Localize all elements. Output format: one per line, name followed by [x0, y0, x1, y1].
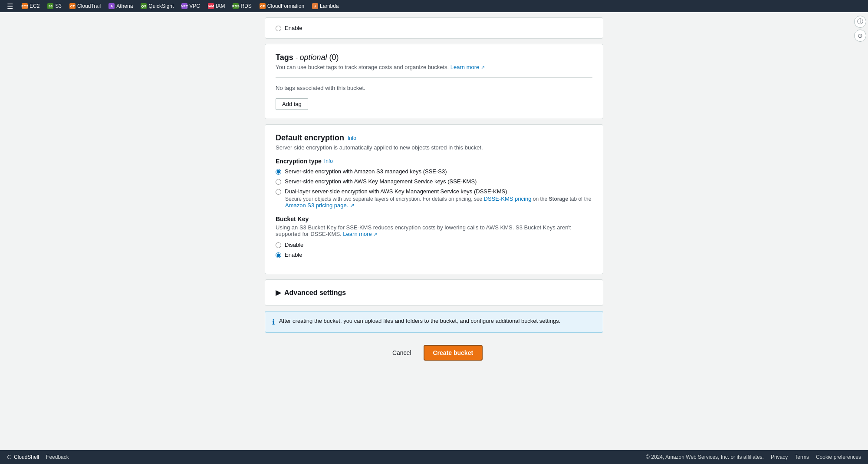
nav-item-athena[interactable]: AAthena: [105, 2, 136, 10]
tags-title: Tags - optional (0): [276, 53, 592, 62]
advanced-settings-section: ▶ Advanced settings: [265, 279, 603, 306]
enable-radio-item: Enable: [276, 25, 592, 31]
top-navigation: ☰ EC2EC2S3S3CTCloudTrailAAthenaQSQuickSi…: [0, 0, 868, 12]
iam-nav-icon: IAM: [208, 3, 214, 9]
bucket-key-enable-radio[interactable]: [276, 252, 281, 258]
ec2-nav-label: EC2: [30, 3, 39, 9]
tags-description: You can use bucket tags to track storage…: [276, 64, 592, 70]
dsse-pricing-label: DSSE-KMS pricing: [484, 196, 532, 202]
vpc-nav-icon: VPC: [181, 3, 187, 9]
iam-nav-label: IAM: [216, 3, 225, 9]
rds-nav-icon: RDS: [233, 3, 239, 9]
learn-more-external-icon: ↗: [481, 65, 485, 70]
nav-item-s3[interactable]: S3S3: [44, 2, 65, 10]
bucket-key-section: Bucket Key Using an S3 Bucket Key for SS…: [276, 215, 592, 258]
bucket-key-radio-group: Disable Enable: [276, 242, 592, 258]
cloudformation-nav-icon: CF: [260, 3, 266, 9]
encryption-option-sse-s3: Server-side encryption with Amazon S3 ma…: [276, 168, 592, 175]
bucket-key-disable-label: Disable: [285, 242, 303, 248]
encryption-radio-row-dsse-kms: Dual-layer server-side encryption with A…: [276, 188, 592, 195]
nav-item-vpc[interactable]: VPCVPC: [178, 2, 204, 10]
top-enable-radio[interactable]: [276, 26, 281, 31]
nav-item-quicksight[interactable]: QSQuickSight: [137, 2, 177, 10]
s3-nav-label: S3: [55, 3, 62, 9]
advanced-settings-toggle[interactable]: ▶ Advanced settings: [276, 288, 592, 297]
encryption-radio-group: Server-side encryption with Amazon S3 ma…: [276, 168, 592, 209]
lambda-nav-label: Lambda: [320, 3, 339, 9]
nav-item-ec2[interactable]: EC2EC2: [18, 2, 43, 10]
quicksight-nav-icon: QS: [141, 3, 147, 9]
nav-item-cloudformation[interactable]: CFCloudFormation: [256, 2, 308, 10]
encryption-radio-sse-s3[interactable]: [276, 169, 281, 175]
encryption-sub-dsse-kms: Secure your objects with two separate la…: [285, 196, 592, 209]
cloudformation-nav-label: CloudFormation: [267, 3, 304, 9]
bucket-key-disable-radio[interactable]: [276, 242, 281, 248]
ec2-nav-icon: EC2: [22, 3, 28, 9]
bucket-key-enable-item: Enable: [276, 252, 592, 258]
no-tags-text: No tags associated with this bucket.: [276, 85, 592, 91]
s3-pricing-label: Amazon S3 pricing page.: [285, 202, 348, 209]
info-banner-text: After creating the bucket, you can uploa…: [279, 318, 560, 324]
settings-icon[interactable]: ⊙: [854, 30, 866, 42]
s3-pricing-link[interactable]: Amazon S3 pricing page. ↗: [285, 202, 355, 209]
nav-item-cloudtrail[interactable]: CTCloudTrail: [66, 2, 104, 10]
encryption-label-sse-kms: Server-side encryption with AWS Key Mana…: [285, 178, 477, 185]
advanced-expand-icon: ▶: [276, 288, 281, 297]
quicksight-nav-label: QuickSight: [148, 3, 174, 9]
storage-tab-label: Storage: [549, 196, 568, 202]
tags-divider: [276, 77, 592, 78]
top-enable-label: Enable: [285, 25, 302, 31]
encryption-option-dsse-kms: Dual-layer server-side encryption with A…: [276, 188, 592, 209]
encryption-section: Default encryption Info Server-side encr…: [265, 124, 603, 274]
tags-learn-more-link[interactable]: Learn more ↗: [450, 64, 485, 70]
encryption-description: Server-side encryption is automatically …: [276, 144, 592, 151]
info-banner-icon: ℹ: [272, 318, 275, 326]
content-area: Enable Tags - optional (0) You can use b…: [265, 12, 603, 450]
info-banner: ℹ After creating the bucket, you can upl…: [265, 311, 603, 333]
cloudtrail-nav-label: CloudTrail: [77, 3, 101, 9]
dsse-pricing-link[interactable]: DSSE-KMS pricing: [484, 196, 532, 202]
bucket-key-title: Bucket Key: [276, 215, 592, 222]
encryption-radio-sse-kms[interactable]: [276, 179, 281, 185]
rds-nav-label: RDS: [240, 3, 251, 9]
encryption-label-dsse-kms: Dual-layer server-side encryption with A…: [285, 188, 507, 195]
create-bucket-button[interactable]: Create bucket: [424, 345, 483, 361]
encryption-radio-row-sse-kms: Server-side encryption with AWS Key Mana…: [276, 178, 592, 185]
encryption-radio-dsse-kms[interactable]: [276, 189, 281, 195]
vpc-nav-label: VPC: [189, 3, 200, 9]
bucket-key-learn-more[interactable]: Learn more ↗: [343, 231, 377, 237]
bucket-key-external-icon: ↗: [373, 232, 377, 237]
nav-item-iam[interactable]: IAMIAM: [204, 2, 228, 10]
cancel-button[interactable]: Cancel: [385, 346, 418, 360]
tags-section: Tags - optional (0) You can use bucket t…: [265, 44, 603, 119]
encryption-label-sse-s3: Server-side encryption with Amazon S3 ma…: [285, 168, 447, 175]
menu-icon[interactable]: ☰: [3, 2, 16, 10]
athena-nav-icon: A: [108, 3, 115, 9]
help-icon[interactable]: ⓘ: [854, 16, 866, 28]
tags-title-text: Tags - optional (0): [276, 53, 339, 62]
bucket-key-disable-item: Disable: [276, 242, 592, 248]
encryption-option-sse-kms: Server-side encryption with AWS Key Mana…: [276, 178, 592, 185]
nav-item-lambda[interactable]: λLambda: [309, 2, 342, 10]
encryption-radio-row-sse-s3: Server-side encryption with Amazon S3 ma…: [276, 168, 592, 175]
encryption-info-badge[interactable]: Info: [348, 135, 356, 141]
athena-nav-label: Athena: [116, 3, 133, 9]
bucket-key-enable-label: Enable: [285, 252, 302, 258]
add-tag-button[interactable]: Add tag: [276, 98, 308, 110]
partial-top-section: Enable: [265, 17, 603, 39]
encryption-type-info[interactable]: Info: [324, 158, 333, 164]
lambda-nav-icon: λ: [312, 3, 318, 9]
encryption-type-label: Encryption type Info: [276, 158, 592, 165]
encryption-title: Default encryption Info: [276, 133, 592, 143]
bucket-key-description: Using an S3 Bucket Key for SSE-KMS reduc…: [276, 224, 592, 237]
main-wrapper: Enable Tags - optional (0) You can use b…: [0, 12, 868, 450]
side-icons: ⓘ ⊙: [852, 12, 868, 45]
actions-row: Cancel Create bucket: [265, 338, 603, 371]
s3-pricing-external-icon: ↗: [350, 202, 355, 209]
nav-item-rds[interactable]: RDSRDS: [229, 2, 255, 10]
s3-nav-icon: S3: [47, 3, 53, 9]
cloudtrail-nav-icon: CT: [69, 3, 76, 9]
advanced-toggle-label: Advanced settings: [284, 289, 346, 297]
